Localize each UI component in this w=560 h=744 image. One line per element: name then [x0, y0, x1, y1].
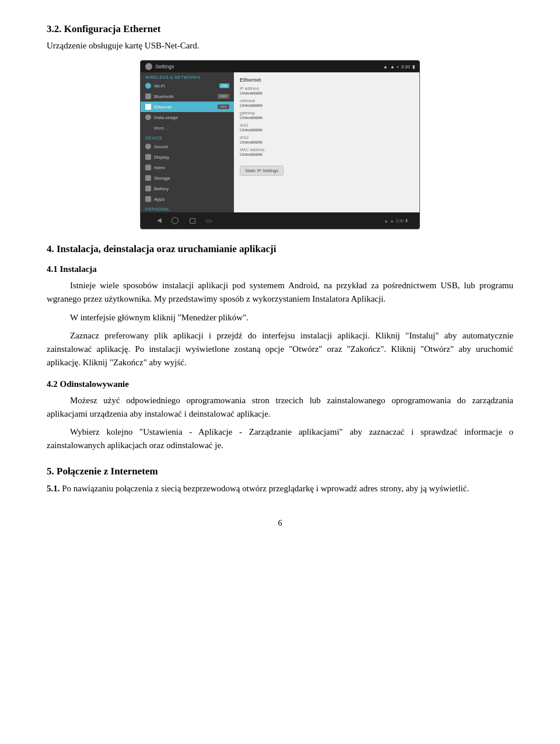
nav-signal-icon: ▲: [390, 219, 394, 223]
bluetooth-item[interactable]: Bluetooth OFF: [141, 91, 234, 102]
wifi-item[interactable]: Wi-Fi ON: [141, 81, 234, 91]
dns2-value: Unavailable: [240, 139, 414, 145]
section-32-title: 3.2. Konfiguracja Ethernet: [47, 23, 513, 35]
section-41-para1: Istnieje wiele sposobów instalacji aplik…: [47, 279, 513, 306]
section-41-title: 4.1 Instalacja: [47, 264, 513, 274]
time-display: 3:30: [401, 64, 410, 69]
section-41-para3: Zaznacz preferowany plik aplikacji i prz…: [47, 329, 513, 370]
statusbar-title: Settings: [145, 63, 174, 70]
section-51-heading: 5.1.: [47, 484, 60, 493]
page-number: 6: [47, 519, 513, 528]
hdmi-item[interactable]: Hdmi: [141, 162, 234, 173]
volume-icon: ◁ ▷: [205, 218, 213, 223]
android-content: WIRELESS & NETWORKS Wi-Fi ON Bluetooth O…: [141, 72, 419, 212]
gateway-value: Unavailable: [240, 115, 414, 120]
menu-icon: [190, 218, 195, 223]
apps-item[interactable]: Apps: [141, 194, 234, 204]
display-item[interactable]: Display: [141, 152, 234, 162]
settings-icon: [145, 63, 152, 70]
battery-item[interactable]: Battery: [141, 183, 234, 194]
ethernet-item[interactable]: Ethernet OFF: [141, 102, 234, 112]
ethernet-panel: Ethernet IP address Unavailable netmask …: [234, 72, 419, 212]
signal-icon: ▲: [390, 64, 395, 69]
storage-label: Storage: [154, 176, 229, 181]
home-icon: [172, 217, 178, 224]
dns1-value: Unavailable: [240, 127, 414, 132]
device-section-label: DEVICE: [141, 133, 234, 141]
static-ip-button[interactable]: Static IP Settings: [240, 166, 284, 176]
section-32-subtitle: Urządzenie obsługuje kartę USB-Net-Card.: [47, 41, 513, 51]
hdmi-label: Hdmi: [154, 165, 229, 170]
more-icon: [145, 125, 151, 131]
battery-icon-item: [145, 186, 151, 191]
nav-time: 3:30: [396, 219, 404, 223]
section-51-body: Po nawiązaniu połączenia z siecią bezprz…: [62, 484, 469, 493]
sound-icon: [145, 144, 151, 149]
more-item[interactable]: More...: [141, 123, 234, 133]
macaddress-label: MAC address: [240, 148, 414, 152]
section-42-para1: Możesz użyć odpowiedniego oprogramowania…: [47, 394, 513, 421]
android-statusbar: Settings ▲ ▲ ▪ 3:30 ▮: [141, 61, 419, 72]
dns1-row: dns1 Unavailable: [240, 123, 414, 132]
macaddress-row: MAC address Unavailable: [240, 148, 414, 157]
ipaddress-row: IP address Unavailable: [240, 86, 414, 96]
wireless-section-label: WIRELESS & NETWORKS: [141, 72, 234, 81]
menu-button[interactable]: [187, 217, 198, 224]
ethernet-toggle: OFF: [218, 104, 229, 109]
section-42-title: 4.2 Odinstalowywanie: [47, 379, 513, 389]
sound-label: Sound: [154, 144, 229, 149]
ipaddress-label: IP address: [240, 86, 414, 90]
section-41-para2: W interfejsie głównym kliknij "Menedżer …: [47, 311, 513, 324]
apps-label: Apps: [154, 197, 229, 202]
macaddress-value: Unavailable: [240, 152, 414, 157]
screenshot-container: Settings ▲ ▲ ▪ 3:30 ▮ WIRELESS & NETWORK…: [47, 60, 513, 229]
storage-item[interactable]: Storage: [141, 173, 234, 183]
section-42-para2: Wybierz kolejno "Ustawienia - Aplikacje …: [47, 425, 513, 453]
sound-item[interactable]: Sound: [141, 141, 234, 152]
settings-sidebar: WIRELESS & NETWORKS Wi-Fi ON Bluetooth O…: [141, 72, 234, 212]
datausage-item[interactable]: Data usage: [141, 112, 234, 123]
datausage-icon: [145, 114, 151, 120]
ethernet-panel-title: Ethernet: [240, 77, 414, 83]
back-icon: [153, 218, 162, 223]
wifi-toggle: ON: [219, 83, 229, 88]
dns2-label: dns2: [240, 135, 414, 139]
ethernet-label: Ethernet: [154, 104, 215, 110]
nav-battery-icon: ▮: [405, 218, 408, 223]
battery-label: Battery: [154, 186, 229, 191]
section-51-text: 5.1. Po nawiązaniu połączenia z siecią b…: [47, 482, 513, 495]
wifi-label: Wi-Fi: [154, 83, 216, 89]
netmask-label: netmask: [240, 99, 414, 103]
wifi-icon: ▲: [383, 64, 388, 69]
statusbar-title-text: Settings: [155, 64, 174, 69]
android-screen: Settings ▲ ▲ ▪ 3:30 ▮ WIRELESS & NETWORK…: [140, 60, 420, 229]
nav-status-icons: ▲ ▲ 3:30 ▮: [384, 218, 408, 223]
back-button[interactable]: [152, 217, 163, 224]
battery-full-icon: ▮: [412, 64, 415, 69]
ipaddress-value: Unavailable: [240, 90, 414, 96]
battery-icon: ▪: [397, 64, 399, 69]
storage-icon: [145, 175, 151, 181]
hdmi-icon: [145, 165, 151, 170]
wifi-icon-item: [145, 83, 151, 89]
datausage-label: Data usage: [154, 115, 229, 120]
android-navbar: ◁ ▷ ▲ ▲ 3:30 ▮: [141, 212, 419, 229]
netmask-value: Unavailable: [240, 103, 414, 108]
dns1-label: dns1: [240, 123, 414, 127]
home-button[interactable]: [170, 217, 180, 224]
netmask-row: netmask Unavailable: [240, 99, 414, 108]
section-4-title: 4. Instalacja, deinstalacja oraz urucham…: [47, 243, 513, 255]
more-label: More...: [154, 125, 167, 131]
dns2-row: dns2 Unavailable: [240, 135, 414, 145]
gateway-row: gateway Unavailable: [240, 111, 414, 120]
display-icon: [145, 154, 151, 160]
nav-wifi-icon: ▲: [384, 219, 388, 223]
gateway-label: gateway: [240, 111, 414, 115]
apps-icon: [145, 196, 151, 202]
bluetooth-toggle: OFF: [218, 94, 229, 99]
bluetooth-icon-item: [145, 93, 151, 99]
display-label: Display: [154, 155, 229, 160]
ethernet-icon-item: [145, 104, 151, 110]
section-5-title: 5. Połączenie z Internetem: [47, 466, 513, 477]
personal-section-label: PERSONAL: [141, 204, 234, 212]
